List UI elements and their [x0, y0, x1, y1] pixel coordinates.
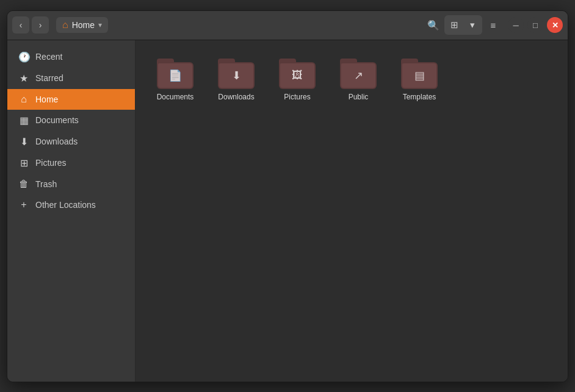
- sidebar-label-recent: Recent: [35, 52, 62, 62]
- view-dropdown-button[interactable]: ▾: [464, 16, 481, 34]
- close-button[interactable]: ✕: [547, 17, 563, 33]
- sidebar-label-home: Home: [35, 94, 58, 104]
- location-label: Home: [72, 20, 95, 30]
- minimize-button[interactable]: ─: [508, 17, 524, 33]
- search-button[interactable]: 🔍: [425, 16, 442, 34]
- folder-icon-public: ↗: [340, 59, 377, 89]
- titlebar-actions: 🔍 ⊞ ▾ ≡: [425, 15, 502, 35]
- folder-icon-templates: ▤: [401, 59, 438, 89]
- titlebar: ‹ › ⌂ Home ▾ 🔍 ⊞ ▾ ≡ ─ □ ✕: [7, 11, 568, 40]
- downloads-icon: ⬇: [18, 136, 29, 148]
- starred-icon: ★: [18, 73, 29, 84]
- file-item-pictures[interactable]: 🖼 Pictures: [270, 52, 325, 109]
- folder-icon-downloads: ⬇: [218, 59, 255, 89]
- forward-button[interactable]: ›: [32, 16, 49, 34]
- list-view-button[interactable]: ⊞: [446, 16, 463, 34]
- sidebar-item-pictures[interactable]: ⊞ Pictures: [7, 152, 135, 174]
- file-grid: 📄 Documents ⬇ Downloads: [148, 52, 555, 109]
- content-area: 🕐 Recent ★ Starred ⌂ Home ▦ Documents ⬇ …: [7, 40, 568, 382]
- documents-icon: ▦: [18, 115, 29, 126]
- sidebar-item-downloads[interactable]: ⬇ Downloads: [7, 131, 135, 152]
- home-nav-icon: ⌂: [62, 20, 68, 30]
- chevron-down-icon: ▾: [98, 21, 102, 29]
- view-toggle: ⊞ ▾: [444, 15, 482, 35]
- pictures-icon: ⊞: [18, 157, 29, 169]
- other-locations-icon: +: [18, 199, 29, 210]
- window-controls: ─ □ ✕: [508, 17, 563, 33]
- sidebar-item-recent[interactable]: 🕐 Recent: [7, 46, 135, 68]
- file-label-public: Public: [349, 93, 369, 102]
- sidebar-label-trash: Trash: [35, 179, 57, 189]
- home-icon: ⌂: [18, 94, 29, 105]
- file-grid-area: 📄 Documents ⬇ Downloads: [136, 40, 568, 382]
- sidebar: 🕐 Recent ★ Starred ⌂ Home ▦ Documents ⬇ …: [7, 40, 136, 382]
- sidebar-item-home[interactable]: ⌂ Home: [7, 89, 135, 110]
- location-bar[interactable]: ⌂ Home ▾: [56, 17, 108, 33]
- sidebar-item-trash[interactable]: 🗑 Trash: [7, 174, 135, 194]
- recent-icon: 🕐: [18, 51, 29, 63]
- sidebar-label-documents: Documents: [35, 115, 79, 125]
- sidebar-item-other[interactable]: + Other Locations: [7, 194, 135, 215]
- sidebar-label-starred: Starred: [35, 73, 63, 83]
- file-label-pictures: Pictures: [284, 93, 310, 102]
- sidebar-label-downloads: Downloads: [35, 137, 78, 146]
- sidebar-label-pictures: Pictures: [35, 158, 67, 168]
- sidebar-item-documents[interactable]: ▦ Documents: [7, 110, 135, 131]
- maximize-button[interactable]: □: [527, 17, 543, 33]
- file-label-documents: Documents: [157, 93, 194, 102]
- file-item-downloads[interactable]: ⬇ Downloads: [209, 52, 264, 109]
- file-item-documents[interactable]: 📄 Documents: [148, 52, 203, 109]
- file-manager-window: ‹ › ⌂ Home ▾ 🔍 ⊞ ▾ ≡ ─ □ ✕ 🕐 Re: [7, 10, 568, 382]
- menu-button[interactable]: ≡: [485, 16, 502, 34]
- sidebar-item-starred[interactable]: ★ Starred: [7, 68, 135, 89]
- folder-icon-documents: 📄: [157, 59, 193, 89]
- file-label-downloads: Downloads: [218, 93, 254, 102]
- back-button[interactable]: ‹: [12, 16, 29, 34]
- file-label-templates: Templates: [403, 93, 436, 102]
- file-item-templates[interactable]: ▤ Templates: [392, 52, 447, 109]
- file-item-public[interactable]: ↗ Public: [331, 52, 386, 109]
- sidebar-label-other: Other Locations: [35, 200, 96, 210]
- trash-icon: 🗑: [18, 179, 29, 190]
- folder-icon-pictures: 🖼: [279, 59, 316, 89]
